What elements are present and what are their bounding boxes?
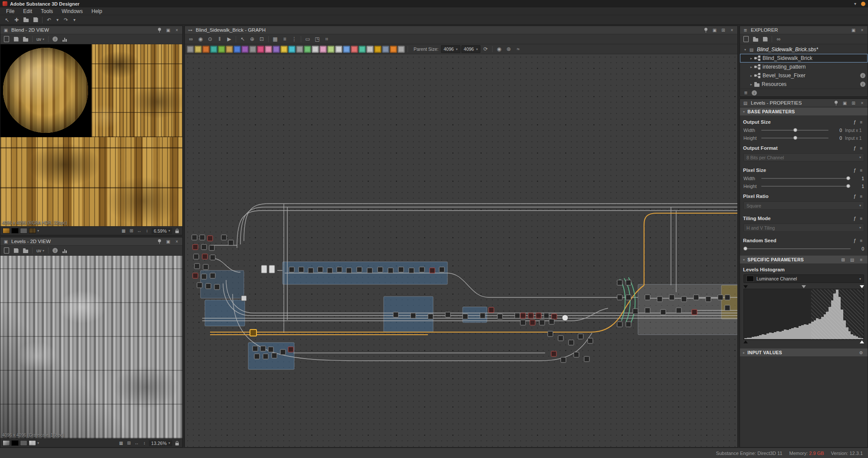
channel-thumbnail[interactable] [3, 228, 10, 234]
node-palette-icon[interactable] [374, 46, 381, 53]
graph-node[interactable] [337, 267, 342, 272]
blend-2d-viewport[interactable]: 4096 x 4096 (RGBA HDR, 32bpc) [0, 44, 182, 226]
graph-node[interactable] [633, 309, 638, 314]
graph-frame[interactable] [721, 285, 737, 319]
output-low-handle[interactable] [743, 340, 748, 343]
levels-2d-viewport[interactable]: 4096 x 4096 (Grayscale, 16bpc) [0, 256, 182, 438]
snap-icon[interactable]: ⊞ [125, 440, 132, 446]
maximize-panel-icon[interactable]: ⊞ [720, 27, 727, 33]
menu-tools[interactable]: Tools [36, 7, 57, 15]
zoom-level-dropdown[interactable]: 6.59% ▾ [151, 228, 172, 234]
save-package-icon[interactable] [761, 35, 769, 43]
function-icon[interactable]: ƒ [852, 237, 858, 244]
node-palette-icon[interactable] [312, 46, 319, 53]
options-icon[interactable]: ≡ [858, 167, 865, 173]
graph-node[interactable] [203, 264, 208, 270]
graph-node[interactable] [725, 295, 730, 300]
tree-item-resources[interactable]: ▸ Resources i [740, 80, 868, 89]
tree-item-graph-selected[interactable]: ▸ Blind_Sidewalk_Brick [740, 54, 868, 63]
fit-height-icon[interactable]: ↕ [141, 440, 148, 446]
graph-node[interactable] [367, 268, 372, 273]
graph-node[interactable] [676, 308, 681, 313]
graph-node[interactable] [617, 322, 622, 327]
graph-frame[interactable] [384, 297, 433, 332]
graph-node[interactable] [202, 254, 207, 259]
maximize-panel-icon[interactable]: ⊞ [850, 100, 857, 106]
graph-node[interactable] [318, 267, 323, 272]
node-palette-icon[interactable] [280, 46, 288, 53]
section-specific-parameters[interactable]: ▾ SPECIFIC PARAMETERS ⊞ ▤ ≡ [740, 255, 868, 264]
channel-thumbnail[interactable] [20, 440, 27, 446]
info-icon[interactable]: i [860, 73, 865, 78]
graph-node[interactable] [357, 267, 362, 272]
account-avatar[interactable] [861, 2, 865, 6]
new-package-icon[interactable] [742, 35, 750, 43]
save-image-icon[interactable] [12, 247, 20, 254]
node-palette-icon[interactable] [390, 46, 397, 53]
graph-node[interactable] [254, 354, 260, 359]
graph-node[interactable] [221, 235, 227, 240]
graph-node[interactable] [497, 314, 503, 319]
new-view-icon[interactable] [2, 247, 11, 254]
options-icon[interactable]: ≡ [858, 237, 865, 244]
close-panel-icon[interactable]: × [859, 27, 865, 33]
node-palette-icon[interactable] [288, 46, 296, 53]
graph-node[interactable] [193, 244, 198, 250]
function-icon[interactable]: ƒ [852, 145, 858, 151]
graph-node[interactable] [561, 357, 566, 362]
graph-node[interactable] [657, 297, 662, 302]
align-vertical-icon[interactable]: ⋮ [290, 35, 299, 43]
zoom-fit-icon[interactable]: ⊕ [248, 35, 256, 43]
node-palette-icon[interactable] [273, 46, 280, 53]
graph-node[interactable] [661, 310, 666, 315]
frame-all-icon[interactable]: ⊡ [257, 35, 266, 43]
save-icon[interactable] [31, 16, 40, 24]
graph-node[interactable] [725, 305, 730, 310]
height-slider[interactable] [761, 138, 829, 138]
graph-node[interactable] [194, 254, 199, 259]
graph-node[interactable] [626, 280, 631, 285]
chevron-collapsed-icon[interactable]: ▸ [750, 82, 752, 86]
output-high-handle[interactable] [860, 340, 864, 343]
link-view-icon[interactable]: ∞ [187, 35, 195, 43]
graph-node[interactable] [588, 338, 593, 343]
node-palette-icon[interactable] [335, 46, 342, 53]
graph-node[interactable] [289, 267, 294, 272]
channel-thumbnail[interactable] [3, 440, 10, 446]
lock-view-icon[interactable] [174, 228, 180, 234]
details-info-icon[interactable]: i [752, 90, 757, 96]
compact-nodes-icon[interactable]: ⊛ [504, 45, 513, 53]
node-palette-icon[interactable] [202, 46, 210, 53]
camera-icon[interactable]: ◉ [196, 35, 205, 43]
graph-node[interactable] [398, 267, 404, 272]
graph-node[interactable] [194, 264, 200, 269]
levels-mid-handle[interactable] [802, 285, 806, 288]
material-preview-icon[interactable]: ⊙ [206, 35, 214, 43]
zoom-level-dropdown[interactable]: 13.26% ▾ [149, 440, 172, 446]
graph-node[interactable] [206, 283, 211, 289]
tree-item-package[interactable]: ▾ ▤ Blind_Sidewalk_Brick.sbs* [740, 45, 868, 54]
list-view-icon[interactable]: ≣ [743, 90, 749, 96]
graph-node[interactable] [210, 255, 215, 260]
random-seed-slider[interactable] [743, 248, 851, 249]
node-palette-icon[interactable] [241, 46, 249, 53]
graph-node[interactable] [200, 235, 205, 240]
graph-node[interactable] [393, 312, 398, 317]
graph-node[interactable] [268, 347, 273, 352]
graph-node[interactable] [520, 320, 526, 325]
channel-thumbnail[interactable] [29, 228, 36, 234]
pin-panel-icon[interactable] [156, 27, 163, 33]
node-palette-icon[interactable] [382, 46, 389, 53]
float-panel-icon[interactable]: ▣ [842, 100, 848, 106]
grid-view-icon[interactable]: ⊞ [840, 257, 846, 263]
graph-node[interactable] [617, 280, 622, 285]
node-palette-icon[interactable] [398, 46, 405, 53]
graph-node[interactable] [569, 340, 574, 345]
live-link-icon[interactable]: ≈ [514, 45, 523, 53]
graph-node[interactable] [430, 268, 435, 273]
graph-node[interactable] [409, 268, 414, 273]
open-package-icon[interactable] [751, 35, 760, 43]
graph-node[interactable] [578, 334, 583, 339]
graph-node[interactable] [241, 296, 247, 301]
graph-node[interactable] [308, 268, 313, 273]
